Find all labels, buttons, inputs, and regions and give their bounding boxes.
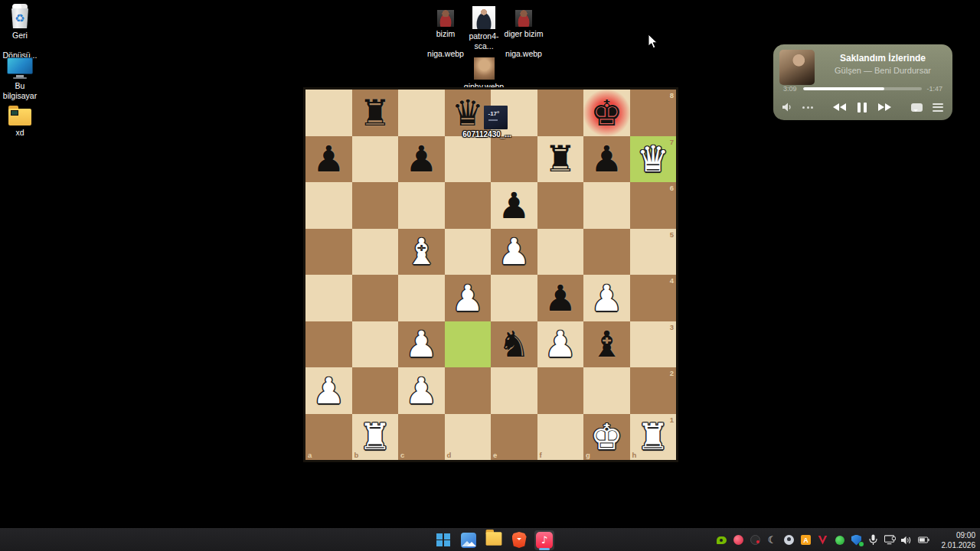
square-h3[interactable]: 3 [630,321,677,368]
square-c1[interactable]: c [398,414,445,461]
battery-tray-icon[interactable] [918,534,929,546]
square-c8[interactable] [398,90,445,136]
square-c2[interactable]: ♟ [398,367,445,414]
square-f8[interactable] [537,90,584,136]
forward-button[interactable] [878,103,891,111]
start-button[interactable] [433,530,453,550]
brave-browser-button[interactable] [509,530,529,550]
square-a7[interactable]: ♟ [305,136,352,183]
square-c4[interactable] [398,275,445,321]
steam-tray-icon[interactable] [783,534,795,546]
square-g3[interactable]: ♝ [583,321,630,368]
photos-app-button[interactable] [459,530,479,550]
square-d3[interactable] [445,321,492,368]
square-b5[interactable] [352,229,399,276]
crescent-app-tray-icon[interactable]: ☾ [766,534,778,546]
square-b6[interactable] [352,182,399,229]
square-g5[interactable] [583,229,630,276]
square-e6[interactable]: ♟ [491,182,537,229]
black-knight[interactable]: ♞ [498,326,530,362]
square-a4[interactable] [305,275,352,321]
white-pawn[interactable]: ♟ [405,326,437,362]
rewind-button[interactable] [833,103,846,111]
square-g2[interactable] [583,367,630,414]
square-h4[interactable]: 4 [630,275,677,321]
black-pawn[interactable]: ♟ [405,141,437,177]
square-a5[interactable] [305,229,352,276]
square-a6[interactable] [305,182,352,229]
desktop-icon-this-pc[interactable]: Bu bilgisayar [0,57,42,101]
white-bishop[interactable]: ♝ [405,233,437,269]
square-h6[interactable]: 6 [630,182,677,229]
square-e3[interactable]: ♞ [491,321,537,368]
square-h7[interactable]: 7♛ [630,136,677,183]
square-e1[interactable]: e [491,414,537,461]
pause-button[interactable] [858,103,867,112]
square-h8[interactable]: 8 [630,90,677,136]
square-c7[interactable]: ♟ [398,136,445,183]
lyrics-icon[interactable] [911,103,923,112]
square-g8[interactable]: ♚ [583,90,630,136]
square-b4[interactable] [352,275,399,321]
windows-security-tray-icon[interactable] [851,534,862,546]
square-e2[interactable] [491,367,537,414]
queue-icon[interactable] [933,103,943,112]
square-h2[interactable]: 2 [630,367,677,414]
square-e7[interactable] [491,136,537,183]
square-c6[interactable] [398,182,445,229]
album-art[interactable] [779,50,815,85]
square-b8[interactable]: ♜ [352,90,399,136]
nvidia-tray-icon[interactable] [716,534,727,546]
desktop-icon-recycle-bin[interactable]: ♻ Geri Dönüşü... [2,4,38,60]
square-f1[interactable]: f [537,414,584,461]
vanguard-tray-icon[interactable] [817,534,828,546]
volume-icon[interactable] [782,103,794,112]
more-options-icon[interactable] [802,106,813,109]
desktop-icon-diger-bizim-webp[interactable]: diger bizim niga.webp [499,10,548,59]
square-a1[interactable]: a [305,414,352,461]
square-g7[interactable]: ♟ [583,136,630,183]
black-king[interactable]: ♚ [590,95,622,131]
green-app-tray-icon[interactable] [834,534,845,546]
white-pawn[interactable]: ♟ [405,373,437,409]
red-app-tray-icon[interactable] [733,534,744,546]
square-a2[interactable]: ♟ [305,367,352,414]
white-king[interactable]: ♚ [590,419,622,455]
square-a3[interactable] [305,321,352,368]
square-e4[interactable] [491,275,537,321]
white-pawn[interactable]: ♟ [498,233,530,269]
square-b3[interactable] [352,321,399,368]
white-pawn[interactable]: ♟ [544,326,577,362]
square-c3[interactable]: ♟ [398,321,445,368]
square-f6[interactable] [537,182,584,229]
black-rook[interactable]: ♜ [359,95,391,131]
square-g6[interactable] [583,182,630,229]
square-b1[interactable]: b♜ [352,414,399,461]
square-d4[interactable]: ♟ [445,275,492,321]
white-rook[interactable]: ♜ [359,419,391,455]
white-queen[interactable]: ♛ [637,141,669,177]
square-d6[interactable] [445,182,492,229]
white-pawn[interactable]: ♟ [452,280,484,316]
white-pawn[interactable]: ♟ [590,280,622,316]
square-d2[interactable] [445,367,492,414]
black-pawn[interactable]: ♟ [312,141,345,177]
square-f4[interactable]: ♟ [537,275,584,321]
dark-app-tray-icon[interactable] [750,534,761,546]
white-rook[interactable]: ♜ [637,419,669,455]
square-f5[interactable] [537,229,584,276]
square-g1[interactable]: g♚ [583,414,630,461]
square-f7[interactable]: ♜ [537,136,584,183]
square-h1[interactable]: 1h♜ [630,414,677,461]
speaker-tray-icon[interactable] [901,534,913,546]
file-explorer-button[interactable] [484,530,504,550]
square-e5[interactable]: ♟ [491,229,537,276]
square-b2[interactable] [352,367,399,414]
microphone-tray-icon[interactable] [867,534,879,546]
square-d1[interactable]: d [445,414,492,461]
square-h5[interactable]: 5 [630,229,677,276]
black-rook[interactable]: ♜ [544,141,577,177]
square-d7[interactable] [445,136,492,183]
progress-bar[interactable] [803,87,922,90]
music-app-button[interactable]: ♪ [534,530,554,550]
